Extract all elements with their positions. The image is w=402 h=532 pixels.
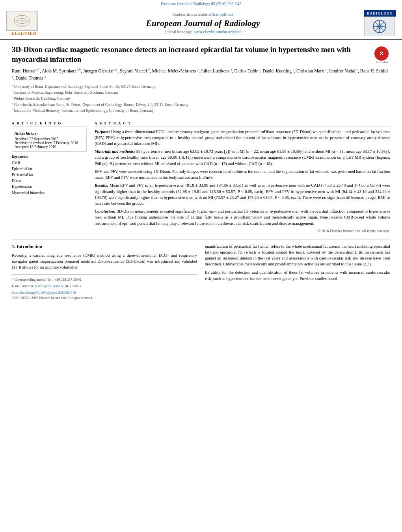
journal-reference: European Journal of Radiology 85 (2016) … [0,0,402,7]
journal-header: ELSEVIER Contents lists available at Sci… [0,7,402,40]
methods-label: Materials and methods: [95,149,135,154]
abstract-text: Purpose: Using a three-dimensional ECG– … [95,129,390,234]
affiliations: a University of Bonn, Department of Radi… [12,83,390,114]
elsevier-image [6,11,38,31]
body-two-col: 1. Introduction Recently, a cardiac magn… [12,243,390,300]
abstract-results: Results: Mean EFV and PFV in all hyperte… [95,182,390,206]
article-info-header: A R T I C L E I N F O [12,121,87,126]
radiology-image [364,17,395,36]
crossmark-label: CrossMark [374,61,390,64]
article-history-box: Article history: Received 22 September 2… [12,129,87,152]
purpose-text: Using a three-dimensional ECG– and respi… [95,130,390,146]
abstract-methods: Materials and methods: 55 hypertensive m… [95,148,390,167]
corresponding-author: * Corresponding author. Tel.: +49 228 28… [12,277,197,282]
radiology-badge: RADIOLOGY [364,10,396,36]
body-col-left: 1. Introduction Recently, a cardiac magn… [12,243,197,300]
email-link[interactable]: homsi@uni-bonn.de [35,284,64,288]
intro-para2-right: quantification of pericardial fat (which… [205,243,390,267]
conclusion-label: Conclusion: [95,209,115,213]
doi-link[interactable]: http://dx.doi.org/10.1016/j.ejrad.2016.0… [12,291,76,295]
accepted-date: Accepted 16 February 2016 [15,145,84,149]
sciencedirect-link[interactable]: ScienceDirect [212,13,233,17]
abstract-efv: EFV and PFV were assessed using 3D-Dixon… [95,169,390,180]
received-date: Received 22 September 2015 [15,137,84,141]
body-col-right: quantification of pericardial fat (which… [205,243,390,300]
intro-para1: Recently, a cardiac magnetic resonance (… [12,252,197,271]
article-title-section: 3D-Dixon cardiac magnetic resonance dete… [12,45,390,64]
journal-name: European Journal of Radiology [46,18,360,28]
article-info-abstract-section: A R T I C L E I N F O Article history: R… [12,121,390,234]
radiology-badge-label: RADIOLOGY [364,10,396,17]
methods-text: 55 hypertensive men (mean age 63.02 ± 10… [95,149,390,165]
homepage-link[interactable]: www.elsevier.com/locate/ejrad [194,30,240,34]
journal-title-center: Contents lists available at ScienceDirec… [46,13,360,34]
keywords-title: Keywords: [12,155,87,159]
body-section: 1. Introduction Recently, a cardiac magn… [12,239,390,300]
revised-date: Received in revised form 5 February 2016 [15,141,84,145]
main-content: 3D-Dixon cardiac magnetic resonance dete… [0,40,402,306]
results-label: Results: [95,183,108,187]
conclusion-text: 3D-Dixon measurements revealed significa… [95,209,390,225]
intro-section-title: 1. Introduction [12,243,197,250]
abstract-column: A B S T R A C T Purpose: Using a three-d… [95,121,390,234]
abstract-conclusion: Conclusion: 3D-Dixon measurements reveal… [95,208,390,226]
footnote-area: * Corresponding author. Tel.: +49 228 28… [12,274,197,300]
article-info-column: A R T I C L E I N F O Article history: R… [12,121,87,234]
keywords-box: Keywords: CMREpicardial fatPericardial f… [12,155,87,196]
abstract-purpose: Purpose: Using a three-dimensional ECG– … [95,129,390,147]
elsevier-text: ELSEVIER [6,31,42,35]
intro-para3-right: Its utility for the detection and quanti… [205,269,390,281]
keywords-list: CMREpicardial fatPericardial fatDixonHyp… [12,160,87,196]
doi-line: http://dx.doi.org/10.1016/j.ejrad.2016.0… [12,290,197,295]
crossmark-badge: ✕ CrossMark [374,46,390,64]
elsevier-logo: ELSEVIER [6,11,42,35]
authors-line: Rami Homsi a,*, Alois M. Sprinkart a,b, … [12,67,390,82]
issn-line: 0720-048X/© 2016 Elsevier Ireland Ltd. A… [12,295,197,300]
history-title: Article history: [15,132,84,135]
email-line: E-mail address: homsi@uni-bonn.de (R. Ho… [12,284,197,289]
copyright-line: © 2016 Elsevier Ireland Ltd. All rights … [95,229,390,234]
crossmark-icon: ✕ [374,46,389,61]
homepage-line: journal homepage: www.elsevier.com/locat… [46,30,360,34]
purpose-label: Purpose: [95,130,110,134]
article-title: 3D-Dixon cardiac magnetic resonance dete… [12,45,370,64]
contents-line: Contents lists available at ScienceDirec… [46,13,360,17]
results-text: Mean EFV and PFV in all hypertensive men… [95,183,390,206]
abstract-header: A B S T R A C T [95,121,390,126]
